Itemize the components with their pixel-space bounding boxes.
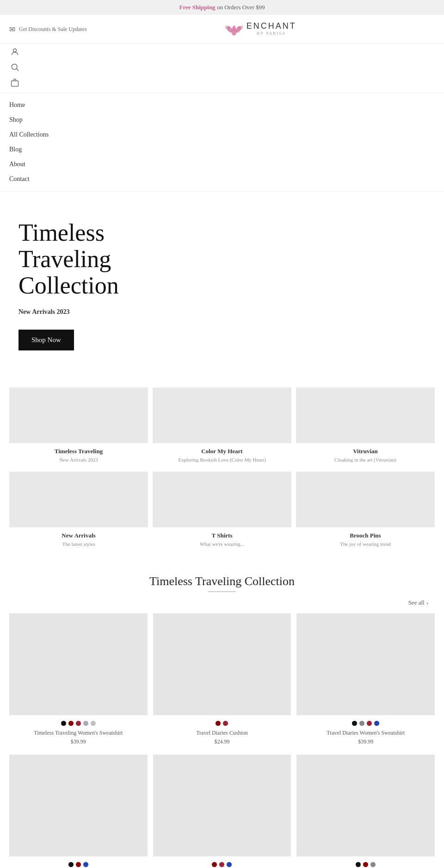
product-card-3[interactable]: Timeless Traveling Men's Sweatshirt $39.… (9, 755, 148, 868)
lotus-icon (225, 19, 243, 37)
color-dot (374, 721, 379, 726)
featured-section: Timeless Traveling Collection See all › … (0, 556, 444, 868)
svg-point-5 (232, 25, 236, 31)
collection-desc-3: The latest styles (9, 541, 148, 547)
collection-image-0 (9, 387, 148, 443)
bag-icon-button[interactable] (9, 77, 435, 90)
collection-name-3: New Arrivals (9, 532, 148, 539)
color-dot (352, 721, 357, 726)
collection-desc-5: The joy of wearing trend (296, 541, 435, 547)
product-card-4[interactable]: Travel Diaries Men's Sweatshirt $39.99 (153, 755, 291, 868)
header: ✉ Get Discounts & Sale Updates ENCHANT B… (0, 15, 444, 44)
collection-desc-0: New Arrivals 2023 (9, 457, 148, 462)
header-email: ✉ Get Discounts & Sale Updates (9, 25, 87, 34)
product-card-1[interactable]: Travel Diaries Cushion $24.99 (153, 613, 291, 745)
product-card-5[interactable]: Timeless Traveling Women's Hoodie $45.99 (296, 755, 435, 868)
search-icon-button[interactable] (9, 62, 435, 75)
color-dot (216, 721, 221, 726)
collection-name-0: Timeless Traveling (9, 448, 148, 455)
color-dot (370, 862, 376, 867)
collection-item-1[interactable]: Color My Heart Exploring Bookish Love (C… (153, 387, 291, 462)
product-name-1: Travel Diaries Cushion (153, 730, 291, 737)
collection-item-4[interactable]: T Shirts What we're wearing... (153, 472, 291, 547)
collection-name-1: Color My Heart (153, 448, 291, 455)
collection-item-2[interactable]: Vitruvian Cloaking in the art (Vitruvian… (296, 387, 435, 462)
nav-item-contact[interactable]: Contact (9, 172, 435, 187)
color-dot (61, 721, 66, 726)
collection-name-4: T Shirts (153, 532, 291, 539)
product-image-0 (9, 613, 148, 715)
logo-name: ENCHANT (247, 21, 296, 31)
color-dot (363, 862, 368, 867)
color-dot (223, 721, 228, 726)
search-icon (10, 62, 19, 72)
color-dot (219, 862, 224, 867)
product-card-0[interactable]: Timeless Traveling Women's Sweatshirt $3… (9, 613, 148, 745)
collection-desc-1: Exploring Bookish Love (Color My Heart) (153, 457, 291, 462)
product-name-0: Timeless Traveling Women's Sweatshirt (9, 730, 148, 737)
see-all-chevron-icon: › (426, 599, 428, 606)
color-dot (359, 721, 364, 726)
product-image-1 (153, 613, 291, 715)
see-all-row[interactable]: See all › (9, 599, 435, 606)
featured-underline (208, 591, 236, 592)
main-nav: Home Shop All Collections Blog About Con… (0, 93, 444, 192)
free-shipping-text: Free Shipping (179, 4, 215, 11)
bag-icon (10, 78, 19, 87)
product-image-3 (9, 755, 148, 856)
collection-item-3[interactable]: New Arrivals The latest styles (9, 472, 148, 547)
logo-area[interactable]: ENCHANT BY PARISA (87, 19, 435, 39)
color-dot (76, 721, 81, 726)
collections-section: Timeless Traveling New Arrivals 2023 Col… (0, 369, 444, 556)
logo-sub: BY PARISA (247, 31, 296, 36)
banner-suffix: on Orders Over $99 (217, 4, 265, 11)
nav-item-all-collections[interactable]: All Collections (9, 127, 435, 142)
color-dots-2 (296, 721, 435, 726)
svg-line-8 (17, 69, 19, 71)
icon-row (9, 46, 435, 90)
shop-now-button[interactable]: Shop Now (18, 330, 74, 350)
nav-item-home[interactable]: Home (9, 98, 435, 112)
collection-desc-2: Cloaking in the art (Vitruvian) (296, 457, 435, 462)
product-image-4 (153, 755, 291, 856)
products-grid: Timeless Traveling Women's Sweatshirt $3… (9, 613, 435, 868)
color-dot (227, 862, 232, 867)
collections-grid: Timeless Traveling New Arrivals 2023 Col… (9, 387, 435, 547)
user-icon-button[interactable] (9, 46, 435, 60)
hero-section: Timeless Traveling Collection New Arriva… (0, 192, 444, 369)
product-price-1: $24.99 (153, 738, 291, 745)
nav-item-shop[interactable]: Shop (9, 112, 435, 127)
collection-item-5[interactable]: Brooch Pins The joy of wearing trend (296, 472, 435, 547)
see-all-label: See all (408, 599, 425, 606)
hero-title: Timeless Traveling Collection (18, 219, 194, 299)
nav-item-about[interactable]: About (9, 157, 435, 172)
product-image-2 (296, 613, 435, 715)
svg-point-6 (13, 49, 17, 52)
color-dot (356, 862, 361, 867)
collection-image-2 (296, 387, 435, 443)
color-dot (76, 862, 81, 867)
mail-icon: ✉ (9, 25, 15, 34)
color-dot (68, 862, 74, 867)
color-dot (68, 721, 74, 726)
collection-item-0[interactable]: Timeless Traveling New Arrivals 2023 (9, 387, 148, 462)
logo-container[interactable]: ENCHANT BY PARISA (225, 19, 296, 37)
collection-image-4 (153, 472, 291, 527)
nav-item-blog[interactable]: Blog (9, 142, 435, 157)
color-dot (212, 862, 217, 867)
product-price-2: $39.99 (296, 738, 435, 745)
user-icon (10, 47, 19, 56)
color-dots-5 (296, 862, 435, 867)
collection-image-3 (9, 472, 148, 527)
product-image-5 (296, 755, 435, 856)
hero-subtitle: New Arrivals 2023 (18, 308, 426, 316)
color-dots-1 (153, 721, 291, 726)
collection-name-2: Vitruvian (296, 448, 435, 455)
color-dots-4 (153, 862, 291, 867)
collection-desc-4: What we're wearing... (153, 541, 291, 547)
featured-section-title: Timeless Traveling Collection (9, 575, 435, 588)
color-dot (83, 862, 88, 867)
product-card-2[interactable]: Travel Diaries Women's Sweatshirt $39.99 (296, 613, 435, 745)
product-price-0: $39.99 (9, 738, 148, 745)
email-label: Get Discounts & Sale Updates (19, 26, 87, 33)
